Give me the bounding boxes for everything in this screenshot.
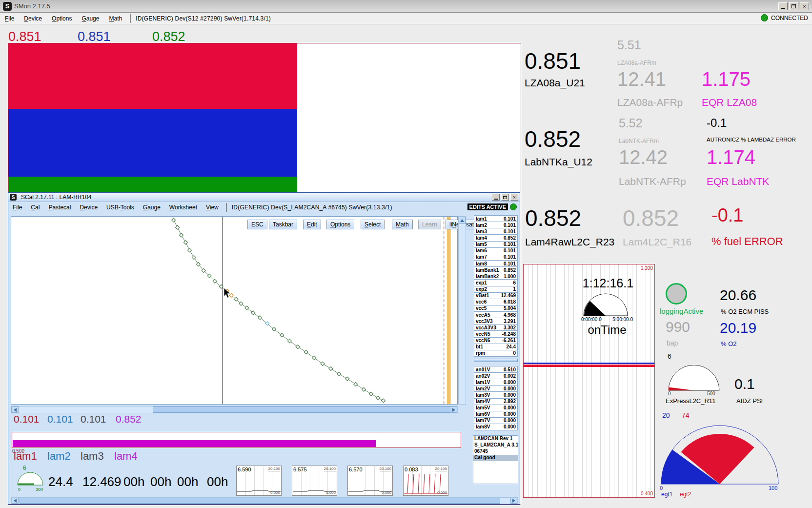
channel-row-vccA3V3[interactable]: vccA3V33.302 [474,325,517,330]
mini-chart-2: 6.57020.1000.000 [347,466,393,496]
small-gauge [17,469,45,487]
device-info-row[interactable]: LAM2CAN Rev 1 [473,436,518,442]
minimize-icon[interactable] [778,2,788,10]
channel-row-rpm[interactable]: rpm0 [474,350,517,356]
scal-menubar: FileCalPastecalDeviceUSB-ToolsGaugeWorks… [8,202,520,213]
device-info-row[interactable]: S_LAM2CAN_A 3.1 [473,442,518,448]
channel-row-vcc5[interactable]: vcc55.004 [474,305,517,311]
channel-row-lam6V[interactable]: lam6V0.000 [474,411,517,417]
channel-row-lam7[interactable]: lam70.101 [474,254,517,260]
channel-row-lam2[interactable]: lam20.101 [474,222,517,228]
channel-row-bt1[interactable]: bt124.4 [474,344,517,350]
channel-row-lamBank2[interactable]: lamBank21.000 [474,273,517,279]
channel-row-vccA5[interactable]: vccA54.968 [474,312,517,318]
smon-menubar: FileDeviceOptionsGaugeMath ID(GENERIC) D… [0,13,812,24]
lam4l2c-value: 0.852 [623,205,679,231]
channel-row-lam8V[interactable]: lam8V0.000 [474,424,517,430]
toolbar-button-esc[interactable]: ESC [247,220,267,229]
scal-close-icon[interactable]: × [510,194,518,201]
egt-max: 100 [769,485,777,491]
scal-titlebar[interactable]: S SCal 2.17.11 : LAM-RR104 × [8,193,520,202]
channel-row-lam4[interactable]: lam40.852 [474,235,517,241]
lam-label-lam2: lam2 [47,450,71,463]
smon-menu-device[interactable]: Device [19,15,47,22]
smon-menu-options[interactable]: Options [47,15,77,22]
lza08a-value: 0.851 [525,48,581,74]
toolbar-button-math[interactable]: Math [392,220,413,229]
scal-menu-pastecal[interactable]: Pastecal [44,204,75,211]
lam-readout-lam1: 0.101 [14,413,40,425]
scal-menu-device[interactable]: Device [75,204,102,211]
channel-row-vcc6[interactable]: vcc66.018 [474,299,517,305]
toolbar-button-edit[interactable]: Edit [303,220,321,229]
connected-label: CONNECTED [771,15,808,21]
labntka-label: LabNTKa_U12 [525,156,592,168]
smon-menu-math[interactable]: Math [104,15,127,22]
labntk-afrm-label: LabNTK-AFRm [619,138,659,144]
eqr-labntk-value: 1.174 [707,146,755,168]
channel-row-exp2[interactable]: exp21 [474,286,517,292]
o2-label: % O2 [721,340,737,347]
scal-menu-view[interactable]: View [202,204,223,211]
close-icon[interactable]: × [800,2,809,10]
channel-row-lam3[interactable]: lam30.101 [474,228,517,234]
toolbar-button-learn[interactable]: Learn [418,220,441,229]
channel-row-lam5V[interactable]: lam5V0.000 [474,405,517,411]
scal-menu-file[interactable]: File [8,204,26,211]
toolbar-button-options[interactable]: Options [326,220,354,229]
channel-row-lam4V[interactable]: lam4V2.892 [474,399,517,405]
logging-active-icon [666,283,687,305]
channel-row-lam1[interactable]: lam10.101 [474,216,517,222]
graph-hscrollbar[interactable] [11,406,458,413]
scal-menu-gauge[interactable]: Gauge [139,204,165,211]
device-info-panel: LAM2CAN Rev 1S_LAM2CAN_A 3.106745Cal goo… [473,435,518,484]
scal-menu-cal[interactable]: Cal [26,204,44,211]
channel-row-an02V[interactable]: an02V0.002 [474,373,517,379]
labntk-afrp-label: LabNTK-AFRp [619,176,686,187]
o2-ecm-value: 20.66 [720,287,756,304]
o2-value: 20.19 [720,320,756,336]
channel-row-lam1V[interactable]: lam1V0.000 [474,379,517,385]
band-red [8,43,297,109]
channel-row-an01V[interactable]: an01V0.510 [474,366,517,372]
smon-window: S SMon 2.17.5 × FileDeviceOptionsGaugeMa… [0,0,812,508]
express-label: ExPressL2C_R11 [666,397,715,405]
scal-bottom-scrollbar[interactable] [11,497,518,504]
channel-row-vcc3V3[interactable]: vcc3V33.291 [474,318,517,324]
channel-row-vccN6[interactable]: vccN6-6.261 [474,338,517,344]
bap-value: 990 [666,319,690,335]
smon-menu-gauge[interactable]: Gauge [77,15,104,22]
maximize-icon[interactable] [789,2,798,10]
device-info-row[interactable]: Cal good [473,455,518,461]
channel-row-lam8[interactable]: lam80.101 [474,261,517,266]
ontime-gauge [582,293,629,317]
smon-titlebar[interactable]: S SMon 2.17.5 × [0,0,812,13]
smon-menu-file[interactable]: File [0,15,19,22]
band-blue [8,109,297,177]
channel-row-lam2V[interactable]: lam2V0.000 [474,386,517,391]
graph-vscrollbar[interactable] [458,216,466,405]
toolbar-button-select[interactable]: Select [361,220,385,229]
channel-row-lam3V[interactable]: lam3V0.000 [474,392,517,398]
scal-minimize-icon[interactable] [492,194,500,201]
channel-row-vccN5[interactable]: vccN5-6.248 [474,331,517,337]
bap-label: bap [667,339,678,347]
small-gauge-min: 0 [18,487,20,492]
toolbar-button-taskbar[interactable]: Taskbar [269,220,297,229]
connected-indicator-icon [761,14,768,21]
eqr-lza08-label: EQR LZA08 [702,97,757,108]
mini-chart-min: 0.000 [382,490,391,495]
scal-menu-worksheet[interactable]: Worksheet [165,204,202,211]
channel-row-lamBank1[interactable]: lamBank10.852 [474,267,517,273]
channel-row-vBat1[interactable]: vBat112.469 [474,293,517,299]
channel-row-lam5[interactable]: lam50.101 [474,242,517,247]
scal-maximize-icon[interactable] [501,194,509,201]
channel-row-lam6[interactable]: lam60.101 [474,248,517,254]
scal-menu-usb-tools[interactable]: USB-Tools [102,204,139,211]
egt-min: 0 [660,485,663,491]
device-info-row[interactable]: 06745 [473,448,518,455]
channel-row-exp1[interactable]: exp16 [474,280,517,285]
channel-row-lam7V[interactable]: lam7V0.000 [474,418,517,424]
calibration-graph[interactable] [11,216,458,405]
strip-ymax: 1.200 [641,265,653,271]
